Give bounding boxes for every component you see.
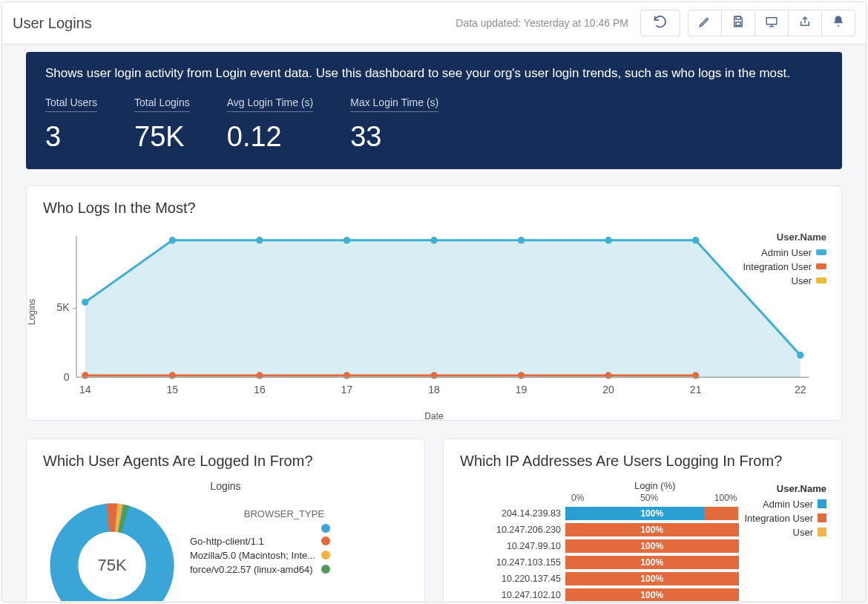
legend-item[interactable]: Go-http-client/1.1 xyxy=(190,536,330,547)
legend-item[interactable]: Integration User xyxy=(745,513,827,524)
panel-user-agents: Which User Agents Are Logged In From? Lo… xyxy=(26,439,425,602)
legend-item[interactable]: User xyxy=(745,527,827,538)
metric: Max Login Time (s)33 xyxy=(350,96,438,153)
legend-swatch xyxy=(816,278,826,283)
ip-label: 10.247.99.10 xyxy=(475,541,565,551)
svg-text:16: 16 xyxy=(254,383,266,395)
donut-chart[interactable]: 75K xyxy=(42,495,183,602)
panel-title: Which User Agents Are Logged In From? xyxy=(43,453,410,470)
svg-text:21: 21 xyxy=(690,383,702,395)
ip-label: 204.14.239.83 xyxy=(475,508,565,519)
summary-banner: Shows user login activity from Login eve… xyxy=(26,52,842,169)
svg-point-10 xyxy=(343,237,350,244)
ip-y-axis-label: Client IP xyxy=(458,480,469,602)
donut-legend: BROWSER_TYPE Go-http-client/1.1Mozilla/5… xyxy=(190,508,330,578)
svg-rect-0 xyxy=(736,16,740,19)
ip-row[interactable]: 10.247.102.10100% xyxy=(475,588,739,602)
data-updated-label: Data updated: Yesterday at 10:46 PM xyxy=(456,17,628,29)
legend-swatch xyxy=(816,249,826,255)
undo-button[interactable] xyxy=(640,10,680,36)
ip-legend: User.Name Admin UserIntegration UserUser xyxy=(745,483,827,602)
ip-row[interactable]: 10.247.103.155100% xyxy=(475,555,739,570)
svg-point-9 xyxy=(256,237,263,244)
svg-text:20: 20 xyxy=(602,383,614,395)
svg-text:5K: 5K xyxy=(56,301,70,313)
metric-value: 0.12 xyxy=(227,121,313,153)
legend-swatch xyxy=(818,499,826,508)
ip-label: 10.247.206.230 xyxy=(475,525,565,535)
ip-row[interactable]: 10.220.137.45100% xyxy=(475,571,739,586)
legend-swatch xyxy=(321,565,330,574)
share-button[interactable] xyxy=(788,10,822,36)
svg-text:22: 22 xyxy=(795,383,806,395)
metric-value: 33 xyxy=(350,121,438,153)
header: User Logins Data updated: Yesterday at 1… xyxy=(2,2,866,45)
metric-label: Avg Login Time (s) xyxy=(227,96,313,112)
legend-item[interactable]: Admin User xyxy=(743,247,827,258)
legend-swatch xyxy=(818,528,826,536)
legend-swatch xyxy=(321,536,330,545)
legend-item[interactable] xyxy=(190,524,330,533)
ip-bar: 100% xyxy=(565,523,739,536)
svg-rect-1 xyxy=(736,22,740,26)
legend-swatch xyxy=(321,524,330,533)
svg-text:17: 17 xyxy=(341,383,353,395)
bell-icon xyxy=(832,15,845,31)
edit-button[interactable] xyxy=(688,10,722,36)
svg-text:15: 15 xyxy=(166,383,178,395)
legend-item[interactable]: User xyxy=(743,275,827,286)
ip-bar: 100% xyxy=(565,539,739,553)
metric-label: Max Login Time (s) xyxy=(350,96,438,112)
svg-point-8 xyxy=(169,237,176,244)
metric-value: 75K xyxy=(134,121,190,153)
panel-ip-addresses: Which IP Addresses Are Users Logging In … xyxy=(443,439,842,602)
line-chart-legend: User.Name Admin UserIntegration UserUser xyxy=(743,232,827,289)
svg-point-21 xyxy=(518,372,525,379)
svg-point-22 xyxy=(605,372,611,379)
x-axis-label: Date xyxy=(42,411,826,421)
ip-bar: 100% xyxy=(565,588,739,602)
metric-value: 3 xyxy=(45,121,97,153)
undo-icon xyxy=(652,13,668,33)
metric-label: Total Logins xyxy=(134,96,190,112)
save-button[interactable] xyxy=(721,10,755,36)
legend-swatch xyxy=(818,513,826,522)
ip-row[interactable]: 10.247.99.10100% xyxy=(475,539,739,554)
y-axis-label: Logins xyxy=(27,298,37,324)
ip-label: 10.247.103.155 xyxy=(475,557,565,568)
ip-bar: 100% xyxy=(565,556,739,569)
metric-label: Total Users xyxy=(45,96,97,112)
ip-row[interactable]: 204.14.239.83100% xyxy=(475,506,739,521)
svg-point-12 xyxy=(518,237,525,244)
panel-who-logs-in: Who Logs In the Most? Logins xyxy=(26,186,842,421)
legend-swatch xyxy=(321,551,330,559)
svg-text:19: 19 xyxy=(516,383,527,395)
svg-point-17 xyxy=(169,372,176,379)
svg-point-11 xyxy=(430,237,437,244)
present-icon xyxy=(765,15,778,31)
legend-item[interactable]: Integration User xyxy=(743,261,827,272)
ip-label: 10.220.137.45 xyxy=(475,574,565,584)
summary-description: Shows user login activity from Login eve… xyxy=(45,64,823,83)
ip-row[interactable]: 10.247.206.230100% xyxy=(475,522,739,537)
ip-bar: 100% xyxy=(565,507,739,520)
ip-bar-chart[interactable]: Login (%) 0% 50% 100% 204.14.239.83100%1… xyxy=(475,480,739,602)
svg-point-7 xyxy=(82,298,88,306)
svg-point-14 xyxy=(692,237,699,244)
ip-label: 10.247.102.10 xyxy=(475,590,565,600)
ip-bar: 100% xyxy=(565,572,739,585)
legend-item[interactable]: force/v0.22.57 (linux-amd64) xyxy=(190,564,330,575)
svg-point-23 xyxy=(692,372,699,379)
notifications-button[interactable] xyxy=(821,10,855,36)
svg-text:18: 18 xyxy=(428,383,440,395)
line-chart[interactable]: Logins 0 5K xyxy=(42,227,826,413)
page-title: User Logins xyxy=(13,15,92,32)
svg-point-13 xyxy=(605,237,611,244)
svg-text:14: 14 xyxy=(79,383,91,395)
panel-title: Who Logs In the Most? xyxy=(43,200,826,217)
donut-center-value: 75K xyxy=(42,495,183,602)
legend-item[interactable]: Admin User xyxy=(745,499,827,510)
panel-title: Which IP Addresses Are Users Logging In … xyxy=(460,453,826,470)
present-button[interactable] xyxy=(754,10,789,36)
legend-item[interactable]: Mozilla/5.0 (Macintosh; Inte... xyxy=(190,550,330,561)
